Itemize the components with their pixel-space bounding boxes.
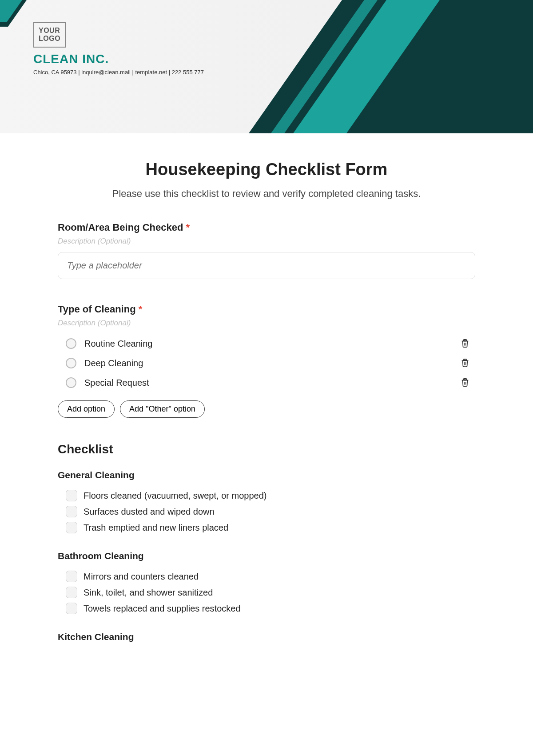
checklist-group-title: Kitchen Cleaning: [58, 632, 475, 642]
checkbox[interactable]: [66, 490, 77, 501]
checklist-item-label: Towels replaced and supplies restocked: [84, 604, 241, 614]
checklist-group: General CleaningFloors cleaned (vacuumed…: [58, 470, 475, 536]
field-label-text: Room/Area Being Checked: [58, 222, 183, 233]
checklist-group: Kitchen CleaningDishes washed and put aw…: [58, 632, 475, 649]
checkbox[interactable]: [66, 571, 77, 582]
field-room-area: Room/Area Being Checked * Description (O…: [58, 222, 475, 279]
checklist-item-row: Surfaces dusted and wiped down: [58, 504, 475, 520]
checklist-item-row: Mirrors and counters cleaned: [58, 568, 475, 584]
checklist-item-row: Sink, toilet, and shower sanitized: [58, 584, 475, 600]
required-asterisk: *: [186, 222, 190, 233]
checklist-heading: Checklist: [58, 442, 475, 456]
checkbox[interactable]: [66, 587, 77, 598]
logo-text-line1: YOUR: [39, 27, 60, 34]
brand-block: YOUR LOGO CLEAN INC. Chico, CA 95973 | i…: [33, 22, 204, 76]
checklist-item-row: Floors cleaned (vacuumed, swept, or mopp…: [58, 488, 475, 504]
checklist-item-label: Mirrors and counters cleaned: [84, 572, 199, 582]
field-type-of-cleaning: Type of Cleaning * Description (Optional…: [58, 304, 475, 418]
radio-option-row: Deep Cleaning: [58, 353, 475, 373]
checkbox[interactable]: [66, 603, 77, 614]
trash-icon[interactable]: [460, 358, 471, 368]
checklist-group: Bathroom CleaningMirrors and counters cl…: [58, 551, 475, 616]
field-label-text: Type of Cleaning: [58, 304, 136, 315]
trash-icon[interactable]: [460, 338, 471, 349]
checkbox[interactable]: [66, 522, 77, 533]
checklist-item-label: Floors cleaned (vacuumed, swept, or mopp…: [84, 491, 266, 501]
checklist-item-label: Sink, toilet, and shower sanitized: [84, 588, 213, 598]
room-area-input[interactable]: [58, 252, 475, 279]
field-description: Description (Optional): [58, 319, 475, 328]
required-asterisk: *: [139, 304, 143, 315]
radio-label: Deep Cleaning: [84, 358, 460, 368]
field-description: Description (Optional): [58, 237, 475, 246]
checklist-item-row: Trash emptied and new liners placed: [58, 520, 475, 536]
add-option-button[interactable]: Add option: [58, 400, 115, 418]
checklist-group-title: Bathroom Cleaning: [58, 551, 475, 561]
header-banner: YOUR LOGO CLEAN INC. Chico, CA 95973 | i…: [0, 0, 533, 133]
radio-button[interactable]: [66, 377, 76, 388]
field-label: Type of Cleaning *: [58, 304, 475, 315]
checklist-section: Checklist General CleaningFloors cleaned…: [58, 442, 475, 649]
decorative-shape: [0, 0, 38, 22]
contact-line: Chico, CA 95973 | inquire@clean.mail | t…: [33, 69, 204, 76]
checklist-group-title: General Cleaning: [58, 470, 475, 480]
add-other-option-button[interactable]: Add "Other" option: [120, 400, 205, 418]
form-title: Housekeeping Checklist Form: [58, 160, 475, 179]
radio-button[interactable]: [66, 358, 76, 368]
trash-icon[interactable]: [460, 377, 471, 388]
radio-button[interactable]: [66, 338, 76, 349]
form-subtitle: Please use this checklist to review and …: [58, 188, 475, 200]
option-buttons: Add option Add "Other" option: [58, 400, 475, 418]
checkbox[interactable]: [66, 506, 77, 517]
radio-option-row: Special Request: [58, 373, 475, 392]
logo-placeholder: YOUR LOGO: [33, 22, 66, 48]
checklist-item-row: Towels replaced and supplies restocked: [58, 600, 475, 616]
radio-label: Special Request: [84, 378, 460, 388]
checklist-item-label: Surfaces dusted and wiped down: [84, 507, 215, 517]
field-label: Room/Area Being Checked *: [58, 222, 475, 233]
radio-option-row: Routine Cleaning: [58, 334, 475, 353]
logo-text-line2: LOGO: [39, 35, 60, 42]
form-area: Housekeeping Checklist Form Please use t…: [0, 133, 533, 667]
company-name: CLEAN INC.: [33, 52, 204, 66]
radio-label: Routine Cleaning: [84, 339, 460, 349]
checklist-item-label: Trash emptied and new liners placed: [84, 523, 228, 533]
